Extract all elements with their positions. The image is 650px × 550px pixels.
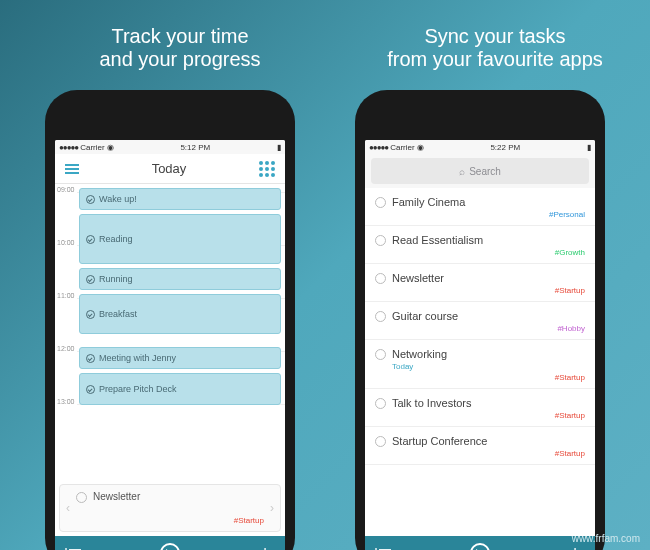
list-item-tag: #Personal: [549, 210, 585, 219]
search-placeholder: Search: [469, 166, 501, 177]
list-item-title: Newsletter: [392, 272, 585, 284]
screen-right: ●●●●●Carrier◉ 5:22 PM ▮ ⌕ Search Family …: [365, 140, 595, 550]
nav-title: Today: [152, 161, 187, 176]
phone-right: ●●●●●Carrier◉ 5:22 PM ▮ ⌕ Search Family …: [355, 90, 605, 550]
task-label: Running: [99, 274, 133, 284]
list-item-tag: #Startup: [555, 449, 585, 458]
unchecked-icon[interactable]: [375, 311, 386, 322]
list-item[interactable]: Family Cinema#Personal: [365, 188, 595, 226]
list-item-tag: #Startup: [555, 373, 585, 382]
list-item[interactable]: Startup Conference#Startup: [365, 427, 595, 465]
list-item-title: Read Essentialism: [392, 234, 585, 246]
time-label: 10:00: [57, 239, 75, 246]
search-input[interactable]: ⌕ Search: [371, 158, 589, 184]
app-logo-icon[interactable]: [160, 543, 180, 550]
time-label: 12:00: [57, 345, 75, 352]
unchecked-icon[interactable]: [375, 398, 386, 409]
chevron-right-icon[interactable]: ›: [270, 501, 274, 515]
check-icon: [86, 385, 95, 394]
time-label: 13:00: [57, 398, 75, 405]
task-meeting[interactable]: Meeting with Jenny: [79, 347, 281, 369]
task-running[interactable]: Running: [79, 268, 281, 290]
list-item-title: Startup Conference: [392, 435, 585, 447]
bottombar: +: [365, 536, 595, 550]
chevron-left-icon[interactable]: ‹: [66, 501, 70, 515]
signal-icon: ●●●●●: [369, 143, 388, 152]
wifi-icon: ◉: [417, 143, 424, 152]
task-reading[interactable]: Reading: [79, 214, 281, 264]
list-item-tag: #Startup: [555, 411, 585, 420]
carrier-label: Carrier: [390, 143, 414, 152]
list-item[interactable]: NetworkingToday#Startup: [365, 340, 595, 389]
app-logo-icon[interactable]: [470, 543, 490, 550]
task-label: Reading: [99, 234, 133, 244]
statusbar: ●●●●●Carrier◉ 5:12 PM ▮: [55, 140, 285, 154]
unchecked-icon[interactable]: [375, 349, 386, 360]
status-time: 5:12 PM: [180, 143, 210, 152]
list-item-subtitle: Today: [392, 362, 585, 371]
task-list[interactable]: Family Cinema#PersonalRead Essentialism#…: [365, 188, 595, 550]
list-item-tag: #Growth: [555, 248, 585, 257]
time-label: 09:00: [57, 186, 75, 193]
status-time: 5:22 PM: [490, 143, 520, 152]
time-label: 11:00: [57, 292, 75, 299]
statusbar: ●●●●●Carrier◉ 5:22 PM ▮: [365, 140, 595, 154]
check-icon: [86, 195, 95, 204]
new-task-card[interactable]: ‹ Newsletter #Startup ›: [59, 484, 281, 532]
watermark: www.frfam.com: [572, 533, 640, 544]
phone-left: ●●●●●Carrier◉ 5:12 PM ▮ Today 09:00 10:0…: [45, 90, 295, 550]
signal-icon: ●●●●●: [59, 143, 78, 152]
unchecked-icon[interactable]: [76, 492, 87, 503]
bottombar: +: [55, 536, 285, 550]
task-label: Wake up!: [99, 194, 137, 204]
menu-icon[interactable]: [65, 164, 79, 174]
check-icon: [86, 235, 95, 244]
carrier-label: Carrier: [80, 143, 104, 152]
task-label: Meeting with Jenny: [99, 353, 176, 363]
unchecked-icon[interactable]: [375, 436, 386, 447]
list-item-title: Talk to Investors: [392, 397, 585, 409]
check-icon: [86, 310, 95, 319]
screen-left: ●●●●●Carrier◉ 5:12 PM ▮ Today 09:00 10:0…: [55, 140, 285, 550]
new-task-title: Newsletter: [93, 491, 264, 502]
navbar: Today: [55, 154, 285, 184]
check-icon: [86, 354, 95, 363]
search-icon: ⌕: [459, 166, 465, 177]
list-item-title: Networking: [392, 348, 585, 360]
task-wake[interactable]: Wake up!: [79, 188, 281, 210]
task-label: Breakfast: [99, 309, 137, 319]
headline-left: Track your timeand your progress: [50, 25, 310, 71]
list-item[interactable]: Talk to Investors#Startup: [365, 389, 595, 427]
list-item-title: Guitar course: [392, 310, 585, 322]
new-task-tag: #Startup: [234, 516, 264, 525]
list-item-tag: #Hobby: [557, 324, 585, 333]
headline-right: Sync your tasksfrom your favourite apps: [365, 25, 625, 71]
list-item[interactable]: Read Essentialism#Growth: [365, 226, 595, 264]
add-icon[interactable]: +: [259, 542, 271, 551]
battery-icon: ▮: [277, 143, 281, 152]
task-label: Prepare Pitch Deck: [99, 384, 177, 394]
unchecked-icon[interactable]: [375, 197, 386, 208]
list-item-tag: #Startup: [555, 286, 585, 295]
list-item-title: Family Cinema: [392, 196, 585, 208]
timeline[interactable]: 09:00 10:00 11:00 12:00 13:00 Wake up! R…: [55, 184, 285, 550]
unchecked-icon[interactable]: [375, 235, 386, 246]
grid-icon[interactable]: [259, 161, 275, 177]
list-item[interactable]: Newsletter#Startup: [365, 264, 595, 302]
battery-icon: ▮: [587, 143, 591, 152]
list-item[interactable]: Guitar course#Hobby: [365, 302, 595, 340]
unchecked-icon[interactable]: [375, 273, 386, 284]
wifi-icon: ◉: [107, 143, 114, 152]
check-icon: [86, 275, 95, 284]
task-breakfast[interactable]: Breakfast: [79, 294, 281, 334]
task-pitch[interactable]: Prepare Pitch Deck: [79, 373, 281, 405]
